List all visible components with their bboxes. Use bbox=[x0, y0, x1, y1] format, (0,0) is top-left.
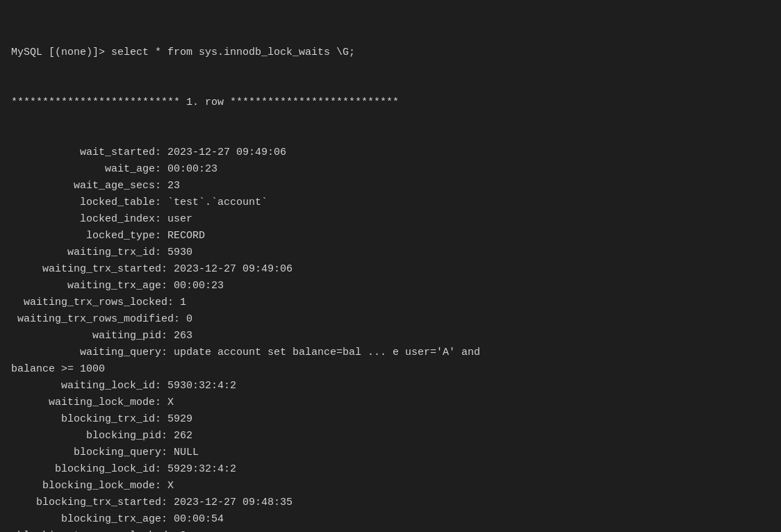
table-row: waiting_pid: 263 bbox=[11, 328, 770, 344]
table-row: blocking_query: NULL bbox=[11, 444, 770, 461]
table-row: blocking_lock_id: 5929:32:4:2 bbox=[11, 461, 770, 478]
table-row: locked_type: RECORD bbox=[11, 228, 770, 244]
table-row: waiting_trx_age: 00:00:23 bbox=[11, 278, 770, 294]
table-row: wait_age: 00:00:23 bbox=[11, 161, 770, 178]
separator-line: *************************** 1. row *****… bbox=[11, 94, 770, 111]
table-row: blocking_trx_id: 5929 bbox=[11, 411, 770, 428]
table-row: waiting_lock_mode: X bbox=[11, 394, 770, 411]
table-row: wait_age_secs: 23 bbox=[11, 178, 770, 194]
prompt-line: MySQL [(none)]> select * from sys.innodb… bbox=[11, 44, 770, 61]
table-row: wait_started: 2023-12-27 09:49:06 bbox=[11, 144, 770, 161]
table-row: blocking_trx_started: 2023-12-27 09:48:3… bbox=[11, 494, 770, 511]
table-row: waiting_trx_id: 5930 bbox=[11, 244, 770, 261]
table-row: waiting_trx_rows_locked: 1 bbox=[11, 294, 770, 311]
table-row: waiting_query: update account set balanc… bbox=[11, 344, 770, 361]
table-row: locked_table: `test`.`account` bbox=[11, 194, 770, 211]
result-rows: wait_started: 2023-12-27 09:49:06 wait_a… bbox=[11, 144, 770, 532]
table-row: blocking_pid: 262 bbox=[11, 428, 770, 444]
table-row: locked_index: user bbox=[11, 211, 770, 228]
table-row: waiting_trx_started: 2023-12-27 09:49:06 bbox=[11, 261, 770, 278]
table-row: waiting_trx_rows_modified: 0 bbox=[11, 311, 770, 328]
terminal-output: MySQL [(none)]> select * from sys.innodb… bbox=[11, 11, 770, 532]
table-row: waiting_lock_id: 5930:32:4:2 bbox=[11, 378, 770, 394]
table-row: blocking_lock_mode: X bbox=[11, 478, 770, 494]
table-row: balance >= 1000 bbox=[11, 361, 770, 378]
table-row: blocking_trx_rows_locked: 2 bbox=[11, 528, 770, 532]
table-row: blocking_trx_age: 00:00:54 bbox=[11, 511, 770, 528]
